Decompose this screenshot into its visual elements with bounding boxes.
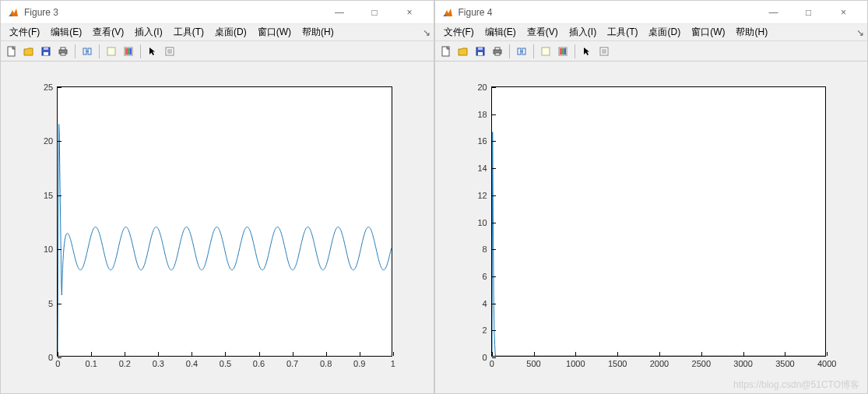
svg-rect-2 xyxy=(44,52,48,55)
svg-rect-21 xyxy=(478,52,483,55)
svg-rect-5 xyxy=(61,47,65,50)
xtick-label: 1000 xyxy=(566,356,585,368)
menu-insert[interactable]: 插入(I) xyxy=(564,24,602,40)
svg-rect-25 xyxy=(495,53,500,55)
menu-window[interactable]: 窗口(W) xyxy=(252,24,297,40)
menu-view[interactable]: 查看(V) xyxy=(87,24,129,40)
props-icon[interactable] xyxy=(596,44,612,59)
menu-edit[interactable]: 编辑(E) xyxy=(45,24,87,40)
xtick-label: 500 xyxy=(526,356,540,368)
svg-rect-29 xyxy=(542,47,550,55)
window-title: Figure 3 xyxy=(24,7,322,18)
plot-area: 0246810121416182005001000150020002500300… xyxy=(435,62,868,393)
xtick-label: 0 xyxy=(490,356,494,368)
save-icon[interactable] xyxy=(38,44,54,59)
ytick-label: 20 xyxy=(477,83,491,92)
link-icon[interactable] xyxy=(79,44,95,59)
titlebar[interactable]: Figure 4 — □ × xyxy=(435,1,868,24)
ytick-label: 2 xyxy=(483,325,492,335)
xtick-label: 3500 xyxy=(775,356,794,368)
menu-help[interactable]: 帮助(H) xyxy=(730,24,773,40)
ytick-label: 4 xyxy=(483,299,492,308)
open-icon[interactable] xyxy=(21,44,37,59)
xtick-label: 2000 xyxy=(650,356,669,368)
colorbar-icon[interactable] xyxy=(121,44,136,59)
menu-help[interactable]: 帮助(H) xyxy=(297,24,339,40)
plot-area: 051015202500.10.20.30.40.50.60.70.80.91 xyxy=(1,62,434,393)
xtick-label: 3000 xyxy=(733,356,752,368)
xtick-label: 0.2 xyxy=(119,356,131,368)
menu-view[interactable]: 查看(V) xyxy=(522,24,564,40)
datacursor-icon[interactable] xyxy=(538,44,553,59)
print-icon[interactable] xyxy=(490,44,505,59)
minimize-button[interactable]: — xyxy=(322,2,357,23)
window-title: Figure 4 xyxy=(459,7,757,18)
save-icon[interactable] xyxy=(473,44,488,59)
xtick-label: 4000 xyxy=(817,356,836,368)
close-button[interactable]: × xyxy=(826,2,861,23)
plot-line xyxy=(58,87,392,356)
matlab-icon xyxy=(441,6,454,19)
svg-rect-24 xyxy=(495,47,500,50)
menu-tools[interactable]: 工具(T) xyxy=(602,24,643,40)
xtick-label: 0.5 xyxy=(220,356,231,368)
ytick-label: 10 xyxy=(44,244,58,254)
xtick-label: 0.7 xyxy=(286,356,298,368)
menu-edit[interactable]: 编辑(E) xyxy=(480,24,522,40)
toolbar-separator xyxy=(99,44,100,58)
svg-rect-14 xyxy=(130,48,132,55)
ytick-label: 15 xyxy=(44,191,58,200)
maximize-button[interactable]: □ xyxy=(791,2,826,23)
pointer-icon[interactable] xyxy=(579,44,595,59)
new-icon[interactable] xyxy=(4,44,19,59)
svg-rect-6 xyxy=(61,53,65,55)
menu-insert[interactable]: 插入(I) xyxy=(129,24,167,40)
figure-window-4: Figure 4 — □ × 文件(F) 编辑(E) 查看(V) 插入(I) 工… xyxy=(434,0,869,394)
menu-file[interactable]: 文件(F) xyxy=(438,24,480,40)
new-icon[interactable] xyxy=(438,44,454,59)
toolbar-separator xyxy=(140,44,141,58)
ytick-label: 12 xyxy=(477,191,491,200)
ytick-label: 20 xyxy=(44,136,58,146)
pointer-icon[interactable] xyxy=(145,44,160,59)
titlebar[interactable]: Figure 3 — □ × xyxy=(1,1,434,24)
menu-tools[interactable]: 工具(T) xyxy=(168,24,209,40)
toolbar-separator xyxy=(509,44,510,58)
xtick-label: 1 xyxy=(391,356,395,368)
plot-line xyxy=(492,87,826,356)
print-icon[interactable] xyxy=(55,44,71,59)
menu-file[interactable]: 文件(F) xyxy=(4,24,45,40)
xtick-label: 0.1 xyxy=(86,356,97,368)
axes[interactable]: 0246810121416182005001000150020002500300… xyxy=(491,86,827,357)
toolbar xyxy=(1,41,434,62)
axes[interactable]: 051015202500.10.20.30.40.50.60.70.80.91 xyxy=(57,86,392,357)
xtick-label: 0.9 xyxy=(353,356,365,368)
menu-overflow-icon[interactable]: ↘ xyxy=(423,27,430,38)
maximize-button[interactable]: □ xyxy=(357,2,392,23)
xtick-label: 0.3 xyxy=(153,356,164,368)
svg-rect-13 xyxy=(128,48,130,55)
menu-desktop[interactable]: 桌面(D) xyxy=(209,24,252,40)
close-button[interactable]: × xyxy=(392,2,427,23)
svg-rect-12 xyxy=(125,48,128,55)
toolbar-separator xyxy=(75,44,76,58)
menu-window[interactable]: 窗口(W) xyxy=(686,24,730,40)
props-icon[interactable] xyxy=(162,44,177,59)
ytick-label: 10 xyxy=(477,218,491,227)
menu-desktop[interactable]: 桌面(D) xyxy=(643,24,686,40)
ytick-label: 18 xyxy=(477,110,491,119)
colorbar-icon[interactable] xyxy=(555,44,571,59)
menu-overflow-icon[interactable]: ↘ xyxy=(856,27,864,38)
open-icon[interactable] xyxy=(455,44,471,59)
matlab-icon xyxy=(7,6,19,19)
toolbar xyxy=(435,41,868,62)
ytick-label: 16 xyxy=(477,136,491,146)
datacursor-icon[interactable] xyxy=(104,44,119,59)
link-icon[interactable] xyxy=(514,44,529,59)
ytick-label: 25 xyxy=(44,83,58,92)
minimize-button[interactable]: — xyxy=(756,2,791,23)
figure-window-3: Figure 3 — □ × 文件(F) 编辑(E) 查看(V) 插入(I) 工… xyxy=(0,0,434,394)
ytick-label: 8 xyxy=(483,244,492,254)
toolbar-separator xyxy=(575,44,575,58)
xtick-label: 0.8 xyxy=(320,356,332,368)
